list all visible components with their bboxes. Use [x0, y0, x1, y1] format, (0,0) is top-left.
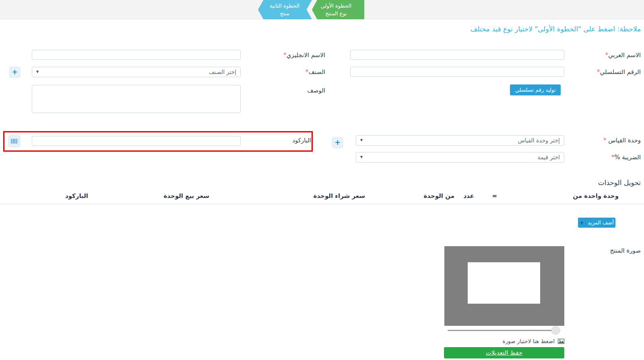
- choose-image-text: اضغط هنا لاختيار صورة: [502, 338, 555, 344]
- tax-select-placeholder: اختر قيمة: [538, 152, 560, 162]
- add-unit-button[interactable]: +: [332, 137, 343, 148]
- serial-number-input[interactable]: [350, 67, 564, 77]
- product-image-preview: [444, 246, 564, 326]
- image-zoom-slider-handle[interactable]: [551, 326, 560, 335]
- wizard-step-2-title: الخطوة الثانية: [258, 2, 311, 10]
- arabic-name-input[interactable]: [350, 50, 564, 60]
- table-divider: [0, 204, 644, 204]
- product-image-crop-area: [468, 262, 540, 304]
- plus-icon: +: [580, 220, 586, 226]
- category-select[interactable]: إختر الصنف ▼: [32, 67, 241, 77]
- col-header-sell-price: سعر بيع الوحدة: [163, 192, 209, 200]
- wizard-bar: الخطوة الثانية منتج الخطوة الأولى نوع ال…: [0, 0, 644, 19]
- wizard-step-1-subtitle: نوع المنتج: [312, 10, 360, 17]
- plus-icon: +: [12, 68, 17, 76]
- english-name-input[interactable]: [32, 50, 241, 60]
- barcode-label: الباركود: [292, 137, 311, 144]
- wizard-step-2[interactable]: الخطوة الثانية منتج: [258, 0, 312, 19]
- required-asterisk: *: [597, 68, 600, 76]
- barcode-scan-button[interactable]: [8, 135, 21, 148]
- add-category-button[interactable]: +: [9, 66, 21, 78]
- units-section-title: تحويل الوحدات: [598, 179, 641, 187]
- image-icon: [558, 339, 564, 344]
- wizard-step-1[interactable]: الخطوة الأولى نوع المنتج: [312, 0, 364, 19]
- unit-select[interactable]: إختر وحدة القياس ▼: [356, 135, 564, 146]
- required-asterisk: *: [283, 51, 287, 59]
- col-header-barcode: الباركود: [65, 192, 88, 200]
- col-header-equals: =: [492, 192, 497, 200]
- wizard-step-2-subtitle: منتج: [258, 10, 311, 17]
- chevron-down-icon: ▼: [360, 155, 363, 159]
- description-label: الوصف: [307, 87, 325, 94]
- add-more-button[interactable]: أضف المزيد+: [578, 218, 615, 228]
- chevron-down-icon: ▼: [360, 138, 363, 142]
- note-text: ملاحظة: اضغط على "الخطوة الأولى" لاختيار…: [471, 25, 641, 33]
- wizard-step-1-title: الخطوة الأولى: [312, 2, 360, 10]
- chevron-down-icon: ▼: [36, 70, 39, 74]
- english-name-label: الاسم الانجليزي*: [283, 51, 325, 59]
- col-header-of-unit: من الوحدة: [423, 192, 454, 200]
- plus-icon: +: [334, 138, 340, 146]
- category-select-placeholder: إختر الصنف: [209, 67, 236, 77]
- generate-serial-button[interactable]: توليد رقم تسلسلي: [510, 84, 561, 95]
- image-zoom-slider-track[interactable]: [448, 330, 560, 331]
- required-asterisk: *: [605, 51, 609, 59]
- col-header-one-unit-of: وحدة واحدة من: [573, 192, 619, 200]
- barcode-input[interactable]: [32, 136, 241, 146]
- unit-select-placeholder: إختر وحدة القياس: [518, 136, 560, 145]
- description-textarea[interactable]: [32, 85, 241, 113]
- save-changes-button[interactable]: حفظ التعديلات: [444, 347, 564, 358]
- barcode-icon: [10, 138, 18, 144]
- tax-select[interactable]: اختر قيمة ▼: [356, 152, 564, 163]
- choose-image-button[interactable]: اضغط هنا لاختيار صورة: [502, 338, 564, 344]
- col-header-count: عدد: [463, 192, 474, 200]
- arabic-name-label: الاسم العربي*: [605, 51, 641, 59]
- tax-label: الضريبة %*: [611, 154, 641, 161]
- col-header-buy-price: سعر شراء الوحدة: [314, 192, 365, 200]
- required-asterisk: *: [603, 137, 608, 144]
- product-image-label: صورة المنتج: [610, 247, 641, 254]
- unit-label: وحدة القياس *: [603, 137, 641, 144]
- product-form-page: الخطوة الثانية منتج الخطوة الأولى نوع ال…: [0, 0, 644, 360]
- serial-number-label: الرقم التسلسلي*: [597, 68, 641, 76]
- category-label: الصنف*: [305, 68, 325, 76]
